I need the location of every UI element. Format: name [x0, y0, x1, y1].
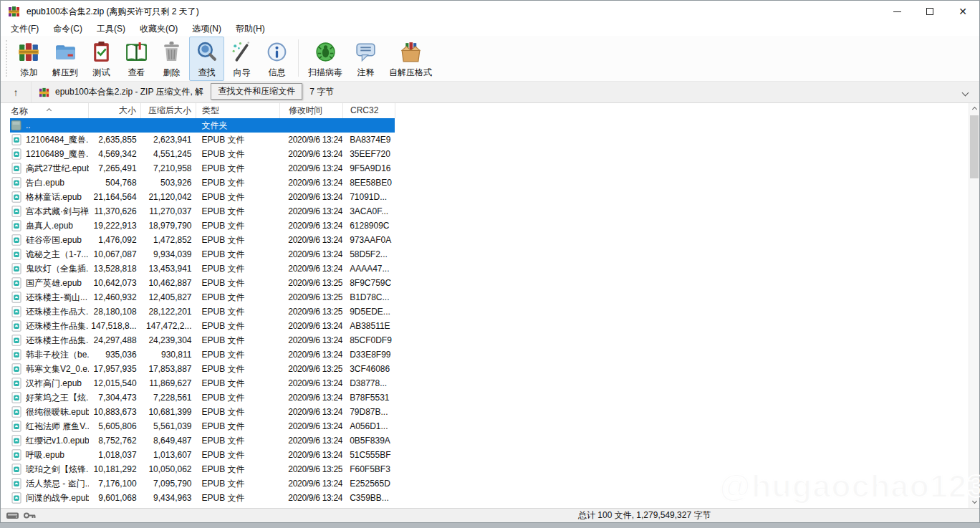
column-header-packed[interactable]: 压缩后大小 — [141, 103, 196, 118]
sfx-box-icon — [399, 40, 423, 66]
drive-icon[interactable] — [6, 511, 19, 520]
epub-file-icon — [11, 249, 22, 260]
comment-button[interactable]: 注释 — [348, 37, 383, 81]
epub-file-icon — [11, 492, 22, 504]
menu-help[interactable]: 帮助(H) — [229, 23, 272, 35]
table-row[interactable]: 还珠楼主作品集...147,518,8...147,472,2...EPUB 文… — [10, 319, 395, 333]
window-title: epub100本合集2.zip (离购买许可只剩 2 天了) — [27, 6, 880, 18]
table-row[interactable]: 韩寒文集V2_0.e...17,957,93517,853,887EPUB 文件… — [10, 362, 395, 376]
wizard-wand-icon — [230, 40, 254, 66]
comment-icon — [354, 40, 378, 66]
epub-file-icon — [11, 163, 22, 174]
table-row[interactable]: 鬼吹灯（全集插...13,528,81813,453,941EPUB 文件202… — [10, 261, 395, 276]
table-row[interactable]: 告白.epub504,768503,926EPUB 文件2020/9/6 13:… — [10, 176, 395, 190]
column-header-crc32[interactable]: CRC32 — [343, 103, 395, 118]
table-row[interactable]: ..文件夹 — [10, 118, 395, 133]
epub-file-icon — [11, 206, 22, 217]
address-field[interactable]: epub100本合集2.zip - ZIP 压缩文件, 解 查找文件和压缩文件 … — [31, 82, 979, 102]
column-header-type[interactable]: 类型 — [196, 103, 280, 118]
epub-file-icon — [11, 234, 22, 246]
address-text-after: 7 字节 — [309, 86, 334, 98]
info-button[interactable]: 信息 — [259, 37, 294, 81]
epub-file-icon — [11, 421, 22, 432]
table-row[interactable]: 琥珀之剑【炫锋...10,181,29210,050,062EPUB 文件202… — [10, 462, 395, 476]
epub-file-icon — [11, 349, 22, 360]
table-row[interactable]: 红缨记v1.0.epub8,752,7628,649,487EPUB 文件202… — [10, 433, 395, 448]
table-row[interactable]: 红袍法师 雁鱼V...5,605,8065,561,039EPUB 文件2020… — [10, 419, 395, 433]
epub-file-icon — [11, 134, 22, 145]
scan-virus-button[interactable]: 扫描病毒 — [302, 37, 348, 81]
epub-file-icon — [11, 449, 22, 461]
menu-tools[interactable]: 工具(S) — [90, 23, 133, 35]
table-row[interactable]: 宫本武藏·剑与禅...11,370,62611,270,037EPUB 文件20… — [10, 204, 395, 219]
up-directory-button[interactable]: ↑ — [1, 82, 31, 102]
virus-scan-icon — [314, 40, 337, 66]
vertical-scrollbar[interactable] — [969, 103, 979, 508]
winrar-app-icon — [8, 6, 21, 17]
file-list: ..文件夹12106484_魔兽...2,635,8552,623,941EPU… — [10, 118, 979, 505]
extract-folder-icon — [54, 40, 77, 66]
epub-file-icon — [11, 335, 22, 346]
sfx-button[interactable]: 自解压格式 — [383, 37, 438, 81]
column-header-size[interactable]: 大小 — [89, 103, 141, 118]
table-row[interactable]: 12106484_魔兽...2,635,8552,623,941EPUB 文件2… — [10, 133, 395, 147]
table-row[interactable]: 12106489_魔兽...4,569,3424,551,245EPUB 文件2… — [10, 147, 395, 161]
chevron-down-icon[interactable] — [963, 87, 979, 97]
epub-file-icon — [11, 378, 22, 389]
table-row[interactable]: 韩非子校注（be...935,036930,811EPUB 文件2020/9/6… — [10, 347, 395, 362]
table-row[interactable]: 汉祚高门.epub12,015,54011,869,627EPUB 文件2020… — [10, 376, 395, 390]
toolbar-separator — [298, 39, 299, 77]
menu-bar: 文件(F) 命令(C) 工具(S) 收藏夹(O) 选项(N) 帮助(H) — [1, 22, 979, 36]
table-row[interactable]: 还珠楼主-蜀山...12,460,93212,405,827EPUB 文件202… — [10, 290, 395, 304]
table-row[interactable]: 蛊真人.epub19,222,91318,979,790EPUB 文件2020/… — [10, 219, 395, 233]
view-book-icon — [125, 40, 148, 66]
epub-file-icon — [11, 292, 22, 303]
menu-commands[interactable]: 命令(C) — [46, 23, 90, 35]
info-icon — [265, 40, 289, 66]
table-row[interactable]: 间谍的战争.epub9,601,0689,434,963EPUB 文件2020/… — [10, 491, 395, 505]
epub-file-icon — [11, 320, 22, 332]
key-icon[interactable] — [23, 511, 37, 520]
extract-to-button[interactable]: 解压到 — [47, 37, 84, 81]
scroll-up-icon[interactable] — [969, 103, 979, 115]
delete-button[interactable]: 删除 — [154, 37, 189, 81]
maximize-icon[interactable] — [913, 1, 946, 22]
table-row[interactable]: 高武27世纪.epub7,265,4917,210,958EPUB 文件2020… — [10, 161, 395, 176]
test-button[interactable]: 测试 — [84, 37, 119, 81]
address-bar: ↑ epub100本合集2.zip - ZIP 压缩文件, 解 查找文件和压缩文… — [1, 82, 979, 103]
epub-file-icon — [11, 191, 22, 203]
scroll-down-icon[interactable] — [969, 495, 979, 507]
minimize-icon[interactable] — [880, 1, 913, 22]
epub-file-icon — [11, 177, 22, 188]
table-row[interactable]: 还珠楼主作品大...28,180,10828,122,201EPUB 文件202… — [10, 304, 395, 319]
view-button[interactable]: 查看 — [119, 37, 154, 81]
table-row[interactable]: 还珠楼主作品集....24,297,48824,239,304EPUB 文件20… — [10, 333, 395, 347]
menu-favorites[interactable]: 收藏夹(O) — [133, 23, 185, 35]
table-row[interactable]: 硅谷帝国.epub1,476,0921,472,852EPUB 文件2020/9… — [10, 233, 395, 247]
add-button[interactable]: 添加 — [11, 37, 47, 81]
table-row[interactable]: 很纯很暧昧.epub10,883,67310,681,399EPUB 文件202… — [10, 405, 395, 419]
epub-file-icon — [11, 148, 22, 160]
scrollbar-thumb[interactable] — [970, 115, 979, 178]
archive-mini-icon — [39, 87, 50, 97]
table-row[interactable]: 呼吸.epub1,018,0371,013,607EPUB 文件2020/9/6… — [10, 448, 395, 462]
address-text: epub100本合集2.zip - ZIP 压缩文件, 解 — [55, 86, 203, 98]
table-row[interactable]: 诡秘之主（1-7...10,067,0879,934,039EPUB 文件202… — [10, 247, 395, 261]
epub-file-icon — [11, 478, 22, 489]
table-row[interactable]: 国产英雄.epub10,642,07310,462,887EPUB 文件2020… — [10, 276, 395, 290]
close-icon[interactable]: ✕ — [946, 1, 979, 22]
delete-trash-icon — [160, 40, 183, 66]
menu-options[interactable]: 选项(N) — [185, 23, 229, 35]
wizard-button[interactable]: 向导 — [224, 37, 259, 81]
table-row[interactable]: 好莱坞之王【炫...7,304,4737,228,561EPUB 文件2020/… — [10, 390, 395, 405]
epub-file-icon — [11, 392, 22, 403]
table-row[interactable]: 活人禁忌 - 盗门...7,176,1007,095,790EPUB 文件202… — [10, 476, 395, 491]
table-row[interactable]: 格林童话.epub21,164,56421,120,042EPUB 文件2020… — [10, 190, 395, 204]
status-bar: 总计 100 文件, 1,279,549,327 字节 — [1, 508, 979, 522]
menu-file[interactable]: 文件(F) — [4, 23, 46, 35]
column-header-row: 名称 大小 压缩后大小 类型 修改时间 CRC32 — [10, 103, 979, 118]
epub-file-icon — [11, 306, 22, 317]
column-header-modified[interactable]: 修改时间 — [280, 103, 343, 118]
find-button[interactable]: 查找 — [189, 37, 224, 81]
winrar-window: epub100本合集2.zip (离购买许可只剩 2 天了) ✕ 文件(F) 命… — [0, 0, 980, 523]
